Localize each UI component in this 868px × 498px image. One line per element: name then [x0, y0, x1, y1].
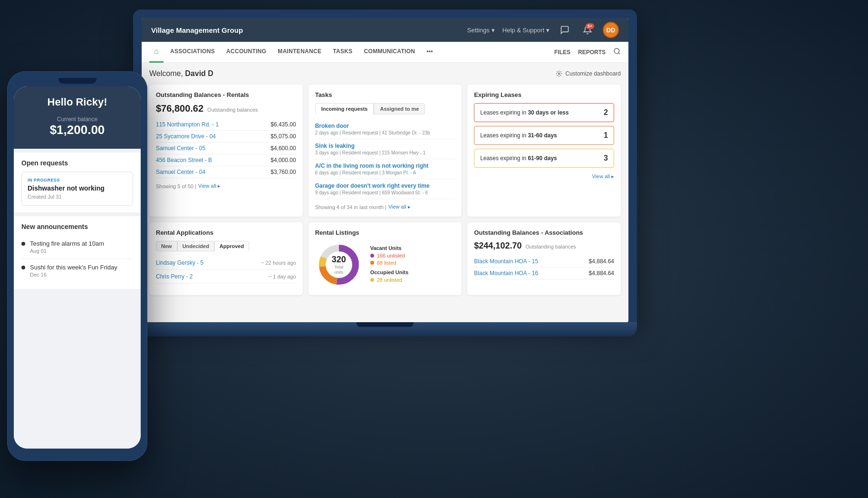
task-title-4[interactable]: Garage door doesn't work right every tim…	[315, 182, 455, 189]
nav-tasks[interactable]: TASKS	[328, 42, 357, 63]
ob-rentals-count: Showing 5 of 50 |	[156, 183, 196, 189]
ob-rentals-header: $76,800.62 Outstanding balances	[156, 103, 296, 114]
tab-incoming-requests[interactable]: Incoming requests	[315, 103, 374, 115]
task-title-1[interactable]: Broken door	[315, 123, 455, 129]
legend-unlisted-label[interactable]: 166 unlisted	[377, 253, 405, 259]
request-card[interactable]: IN PROGRESS Dishwasher not working Creat…	[21, 172, 133, 206]
svg-point-0	[614, 48, 619, 54]
tab-new[interactable]: New	[156, 241, 177, 251]
phone-announcements-section: New announcements Testing fire alarms at…	[14, 216, 141, 289]
nav-more[interactable]: •••	[422, 42, 438, 63]
phone-greeting: Hello Ricky!	[23, 96, 131, 108]
tab-undecided[interactable]: Undecided	[177, 241, 214, 251]
laptop-body: Village Management Group Settings ▾ Help…	[133, 10, 637, 322]
task-meta-1: 2 days ago | Resident request | 41 Sturb…	[315, 130, 455, 135]
legend-occ-unlisted-label[interactable]: 28 unlisted	[377, 277, 402, 283]
lease-item-60[interactable]: Leases expiring in 31-60 days 1	[474, 126, 614, 145]
app-time-1: ~ 22 hours ago	[261, 260, 296, 266]
task-title-2[interactable]: Sink is leaking	[315, 143, 455, 149]
reports-link[interactable]: REPORTS	[578, 49, 606, 56]
search-btn[interactable]	[613, 48, 621, 57]
task-meta-4: 9 days ago | Resident request | 659 Wood…	[315, 190, 455, 195]
welcome-prefix: Welcome,	[149, 69, 183, 77]
lease-count-30: 2	[604, 108, 608, 117]
nav-maintenance-label: MAINTENANCE	[278, 48, 321, 55]
outstanding-balances-rentals-widget: Outstanding Balances - Rentals $76,800.6…	[149, 85, 303, 217]
nav-associations[interactable]: ASSOCIATIONS	[165, 42, 220, 63]
expiring-leases-widget: Expiring Leases Leases expiring in 30 da…	[467, 85, 621, 217]
nav-maintenance[interactable]: MAINTENANCE	[273, 42, 326, 63]
task-3: A/C in the living room is not working ri…	[315, 159, 455, 179]
nav-accounting[interactable]: ACCOUNTING	[222, 42, 271, 63]
nav-home[interactable]: ⌂	[149, 42, 164, 63]
lease-label-90: Leases expiring in 61-90 days	[480, 155, 557, 162]
settings-link[interactable]: Settings ▾	[467, 27, 495, 34]
expiring-leases-title: Expiring Leases	[474, 91, 614, 98]
balance-link-4[interactable]: 456 Beacon Street - B	[156, 157, 212, 163]
nav-communication[interactable]: COMMUNICATION	[359, 42, 420, 63]
task-meta-3: 6 days ago | Resident request | 3 Morgan…	[315, 170, 455, 175]
rental-listings-content: 320 Totalunits Vacant Units 166 unlisted	[315, 241, 455, 288]
lease-count-90: 3	[604, 154, 608, 163]
settings-chevron: ▾	[492, 27, 495, 34]
balance-link-5[interactable]: Samuel Center - 04	[156, 169, 205, 175]
legend-unlisted: 166 unlisted	[370, 253, 409, 259]
tasks-title: Tasks	[315, 91, 455, 98]
ob-rentals-amount: $76,800.62	[156, 103, 203, 114]
task-meta-2: 3 days ago | Resident request | 215 Mons…	[315, 150, 455, 155]
lease-item-30[interactable]: Leases expiring in 30 days or less 2	[474, 103, 614, 122]
phone-body: Hello Ricky! Current balance $1,200.00 O…	[7, 71, 147, 461]
messages-btn[interactable]	[557, 22, 572, 38]
assoc-link-2[interactable]: Black Mountain HOA - 16	[474, 270, 538, 277]
leases-view-all[interactable]: View all ▸	[592, 173, 614, 180]
lease-label-30: Leases expiring in 30 days or less	[480, 109, 569, 116]
balance-link-1[interactable]: 115 Northampton Rd. - 1	[156, 121, 219, 128]
app-link-2[interactable]: Chris Perry - 2	[156, 273, 193, 280]
customize-btn[interactable]: Customize dashboard	[556, 70, 621, 77]
top-nav: Village Management Group Settings ▾ Help…	[142, 18, 628, 42]
ob-assoc-amount: $244,102.70	[474, 241, 521, 251]
tasks-footer: Showing 4 of 34 in last month | View all…	[315, 204, 455, 210]
assoc-val-2: $4,884.64	[589, 270, 614, 277]
app-link-1[interactable]: Lindsay Gersky - 5	[156, 259, 203, 266]
tab-approved[interactable]: Approved	[214, 241, 249, 251]
rental-apps-tabs: New Undecided Approved	[156, 241, 296, 251]
reports-label: REPORTS	[578, 49, 606, 56]
nav-tasks-label: TASKS	[333, 48, 352, 55]
request-meta: Created Jul 31	[28, 194, 127, 200]
help-label: Help & Support	[502, 27, 544, 34]
rental-listings-widget: Rental Listings	[309, 222, 462, 295]
phone-header: Hello Ricky! Current balance $1,200.00	[14, 86, 141, 149]
app-title: Village Management Group	[151, 26, 467, 34]
help-link[interactable]: Help & Support ▾	[502, 27, 550, 34]
announce-date-1: Aug 01	[30, 248, 104, 254]
mobile-phone: Hello Ricky! Current balance $1,200.00 O…	[7, 71, 147, 461]
balance-link-3[interactable]: Samuel Center - 05	[156, 145, 205, 152]
lease-count-60: 1	[604, 131, 608, 140]
files-link[interactable]: FILES	[554, 49, 570, 56]
announce-item-2: Sushi for this week's Fun Friday Dec 16	[21, 259, 133, 282]
nav-right: FILES REPORTS	[554, 48, 621, 57]
help-chevron: ▾	[546, 27, 550, 34]
notifications-btn[interactable]: 5+	[580, 22, 595, 38]
lease-item-90[interactable]: Leases expiring in 61-90 days 3	[474, 149, 614, 168]
legend-dot-orange	[370, 261, 374, 265]
assoc-link-1[interactable]: Black Mountain HOA - 15	[474, 258, 538, 265]
phone-screen: Hello Ricky! Current balance $1,200.00 O…	[14, 86, 141, 449]
user-avatar[interactable]: DD	[603, 22, 619, 38]
ob-assoc-header: $244,102.70 Outstanding balances	[474, 241, 614, 251]
legend-listed-label[interactable]: 68 listed	[377, 260, 396, 266]
rental-listings-title: Rental Listings	[315, 229, 455, 236]
ob-rentals-view-all[interactable]: View all ▸	[198, 183, 221, 189]
leases-footer: View all ▸	[474, 173, 614, 180]
announce-dot-2	[21, 266, 25, 269]
balance-link-2[interactable]: 25 Sycamore Drive - 04	[156, 133, 216, 140]
balance-val-2: $5,075.00	[270, 133, 296, 140]
tasks-view-all[interactable]: View all ▸	[388, 204, 411, 210]
tab-assigned-to-me[interactable]: Assigned to me	[374, 103, 425, 115]
open-requests-title: Open requests	[21, 159, 133, 167]
task-title-3[interactable]: A/C in the living room is not working ri…	[315, 163, 455, 169]
ob-assoc-title: Outstanding Balances - Associations	[474, 229, 614, 236]
announce-dot-1	[21, 242, 25, 246]
laptop-container: Village Management Group Settings ▾ Help…	[133, 10, 637, 352]
